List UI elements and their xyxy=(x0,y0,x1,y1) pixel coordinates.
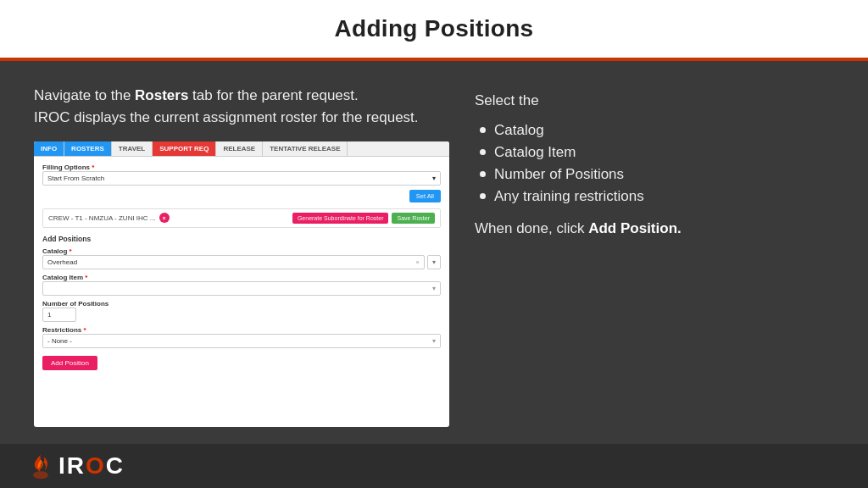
logo-text: IROC xyxy=(58,452,125,480)
number-of-positions-label: Number of Positions xyxy=(42,300,441,308)
restrictions-required: * xyxy=(83,326,86,334)
catalog-label: Catalog * xyxy=(42,247,441,255)
chevron-down-icon: ▾ xyxy=(432,175,436,182)
slide: Adding Positions Navigate to the Rosters… xyxy=(0,0,868,488)
tab-support-req[interactable]: SUPPORT REQ xyxy=(153,141,216,156)
number-value: 1 xyxy=(47,311,51,319)
restrictions-select[interactable]: - None - ▾ xyxy=(42,334,441,348)
bullet-dot-2 xyxy=(480,149,486,155)
set-all-button[interactable]: Set All xyxy=(409,190,441,202)
catalog-dropdown-icon[interactable]: ▾ xyxy=(427,255,441,269)
screen-body: Filling Options * Start From Scratch ▾ S… xyxy=(34,157,449,377)
set-all-row: Set All xyxy=(42,190,441,204)
select-the-text: Select the xyxy=(475,89,834,114)
left-panel: Navigate to the Rosters tab for the pare… xyxy=(34,85,449,427)
bullet-number-positions-text: Number of Positions xyxy=(494,166,624,183)
bullet-catalog: Catalog xyxy=(475,122,834,139)
bullet-catalog-item-text: Catalog Item xyxy=(494,144,576,161)
bullet-dot-3 xyxy=(480,171,486,177)
restrictions-label: Restrictions * xyxy=(42,326,441,334)
start-from-scratch-select[interactable]: Start From Scratch ▾ xyxy=(42,171,441,186)
catalog-item-chevron[interactable]: ▾ xyxy=(432,285,436,292)
tab-bar: INFO ROSTERS TRAVEL SUPPORT REQ RELEASE … xyxy=(34,141,449,157)
crew-label: CREW - T1 - NMZUA - ZUNI IHC ... xyxy=(48,214,156,222)
tab-rosters[interactable]: ROSTERS xyxy=(64,141,112,156)
bullet-number-positions: Number of Positions xyxy=(475,166,834,183)
start-from-scratch-value: Start From Scratch xyxy=(47,175,104,182)
bullet-training-text: Any training restrictions xyxy=(494,188,644,205)
restrictions-chevron[interactable]: ▾ xyxy=(432,337,436,345)
flame-icon xyxy=(25,451,56,481)
catalog-input[interactable]: Overhead × xyxy=(42,255,425,269)
tab-release[interactable]: RELEASE xyxy=(216,141,263,156)
description: Navigate to the Rosters tab for the pare… xyxy=(34,85,449,130)
add-position-bold: Add Position. xyxy=(588,220,682,236)
tab-info[interactable]: INFO xyxy=(34,141,64,156)
restrictions-section: Restrictions * - None - ▾ xyxy=(42,326,441,348)
required-star: * xyxy=(92,164,94,171)
bullet-catalog-text: Catalog xyxy=(494,122,544,139)
bullet-catalog-item: Catalog Item xyxy=(475,144,834,161)
tab-tentative-release[interactable]: TENTATIVE RELEASE xyxy=(263,141,348,156)
catalog-item-input[interactable]: ▾ xyxy=(42,281,441,296)
footer: IROC xyxy=(0,444,868,488)
catalog-item-required: * xyxy=(85,274,87,281)
right-panel: Select the Catalog Catalog Item Number o… xyxy=(475,85,834,427)
svg-point-0 xyxy=(33,471,48,479)
number-of-positions-input[interactable]: 1 xyxy=(42,308,76,322)
rosters-bold: Rosters xyxy=(135,87,188,103)
crew-row-left: CREW - T1 - NMZUA - ZUNI IHC ... × xyxy=(48,213,170,223)
desc-line2: IROC displays the current assignment ros… xyxy=(34,109,419,125)
screenshot-mockup: INFO ROSTERS TRAVEL SUPPORT REQ RELEASE … xyxy=(34,141,449,427)
restrictions-value: - None - xyxy=(47,337,72,345)
page-title: Adding Positions xyxy=(34,15,834,42)
catalog-item-section: Catalog Item * ▾ xyxy=(42,274,441,296)
bullet-dot-1 xyxy=(480,127,486,133)
save-roster-button[interactable]: Save Roster xyxy=(392,213,435,224)
catalog-value: Overhead xyxy=(47,258,77,266)
clear-icon[interactable]: × xyxy=(415,258,420,266)
when-done-text: When done, click Add Position. xyxy=(475,220,834,237)
bullet-training: Any training restrictions xyxy=(475,188,834,205)
catalog-section: Catalog * Overhead × ▾ xyxy=(42,247,441,269)
filling-options-section: Filling Options * Start From Scratch ▾ xyxy=(42,164,441,186)
bullet-list: Catalog Catalog Item Number of Positions… xyxy=(475,122,834,205)
crew-buttons: Generate Subordinate for Roster Save Ros… xyxy=(292,213,435,224)
catalog-item-label: Catalog Item * xyxy=(42,274,441,281)
tab-travel[interactable]: TRAVEL xyxy=(112,141,153,156)
generate-subordinate-button[interactable]: Generate Subordinate for Roster xyxy=(292,213,389,224)
desc-line1: Navigate to the Rosters tab for the pare… xyxy=(34,87,359,103)
catalog-row: Overhead × ▾ xyxy=(42,255,441,269)
crew-badge: × xyxy=(159,213,170,223)
add-positions-label: Add Positions xyxy=(42,235,441,243)
bullet-dot-4 xyxy=(480,193,486,199)
when-done-pre: When done, click xyxy=(475,220,588,236)
catalog-required: * xyxy=(70,247,72,255)
logo: IROC xyxy=(25,451,125,481)
add-position-button[interactable]: Add Position xyxy=(42,356,97,370)
header: Adding Positions xyxy=(0,0,868,61)
filling-options-label: Filling Options * xyxy=(42,164,441,171)
number-of-positions-section: Number of Positions 1 xyxy=(42,300,441,322)
crew-row: CREW - T1 - NMZUA - ZUNI IHC ... × Gener… xyxy=(42,208,441,228)
content-area: Navigate to the Rosters tab for the pare… xyxy=(0,61,868,444)
